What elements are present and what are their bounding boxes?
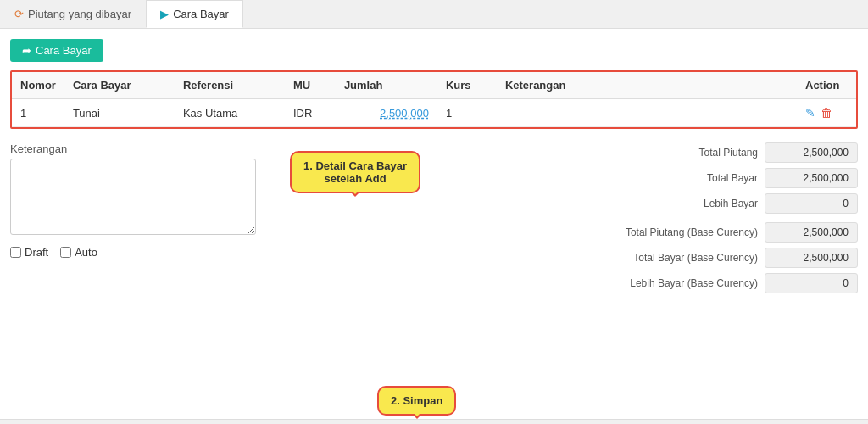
draft-label: Draft [25,246,48,259]
checkbox-row: Draft Auto [10,246,556,259]
summary-label-0: Total Piutang [605,147,758,159]
draft-checkbox-label[interactable]: Draft [10,246,48,259]
cell-cara-bayar: Tunai [64,99,175,127]
callout-detail: 1. Detail Cara Bayarsetelah Add [290,151,420,193]
cell-referensi: Kas Utama [175,99,285,127]
table-row: 1 Tunai Kas Utama IDR 2,500,000 1 ✎ 🗑 [12,99,856,127]
summary-row-5: Lebih Bayar (Base Curency) 0 [570,273,858,293]
summary-row-0: Total Piutang 2,500,000 [570,142,858,163]
tab-cara-bayar[interactable]: ▶ Cara Bayar [146,0,243,28]
summary-row-1: Total Bayar 2,500,000 [570,168,858,188]
auto-checkbox[interactable] [60,247,71,258]
keterangan-textarea[interactable] [10,159,256,235]
tab-bar: ⟳ Piutang yang dibayar ▶ Cara Bayar [0,0,868,29]
col-mu: MU [285,72,336,99]
middle-area: Keterangan Draft Auto 1. Detail Cara Bay… [10,142,858,298]
add-icon: ➦ [22,44,31,57]
summary-label-4: Total Bayar (Base Curency) [605,252,758,264]
summary-row-2: Lebih Bayar 0 [570,193,858,214]
col-keterangan: Keterangan [497,72,797,99]
left-section: Keterangan Draft Auto [10,142,556,259]
tab-piutang-label: Piutang yang dibayar [28,8,131,20]
col-referensi: Referensi [175,72,285,99]
receivable-icon: ⟳ [14,8,24,20]
auto-label: Auto [75,246,97,259]
summary-label-1: Total Bayar [605,172,758,184]
draft-checkbox[interactable] [10,247,21,258]
cara-bayar-table-container: Nomor Cara Bayar Referensi MU Jumlah Kur… [10,70,858,129]
auto-checkbox-label[interactable]: Auto [60,246,97,259]
summary-value-4: 2,500,000 [765,248,858,268]
summary-value-2: 0 [765,193,858,214]
cell-jumlah: 2,500,000 [336,99,437,127]
toolbar: ➦ Cara Bayar [10,39,858,62]
cell-kurs: 1 [437,99,497,127]
summary-value-0: 2,500,000 [765,142,858,163]
callout2-text: 2. Simpan [391,394,442,407]
cell-action: ✎ 🗑 [797,99,856,127]
add-cara-bayar-label: Cara Bayar [36,44,92,57]
cell-keterangan-row [497,99,797,127]
col-jumlah: Jumlah [336,72,437,99]
footer-bar: ↻ Kembali 💾 Simpan 2. Simpan [0,419,868,424]
cara-icon: ▶ [160,8,169,20]
summary-label-2: Lebih Bayar [605,198,758,209]
summary-row-4: Total Bayar (Base Curency) 2,500,000 [570,248,858,268]
col-cara-bayar: Cara Bayar [64,72,175,99]
summary-value-3: 2,500,000 [765,222,858,243]
summary-label-5: Lebih Bayar (Base Curency) [605,277,758,289]
page-content: ➦ Cara Bayar Nomor Cara Bayar Referensi … [0,29,868,419]
cell-nomor: 1 [12,99,64,127]
right-section: Total Piutang 2,500,000 Total Bayar 2,50… [570,142,858,298]
delete-icon[interactable]: 🗑 [821,106,832,120]
summary-row-3: Total Piutang (Base Curency) 2,500,000 [570,222,858,243]
keterangan-label: Keterangan [10,142,556,155]
col-nomor: Nomor [12,72,64,99]
cell-mu: IDR [285,99,336,127]
callout-simpan: 2. Simpan [377,386,456,416]
add-cara-bayar-button[interactable]: ➦ Cara Bayar [10,39,103,62]
callout1-text: 1. Detail Cara Bayarsetelah Add [303,159,407,185]
col-action: Action [797,72,856,99]
summary-value-5: 0 [765,273,858,293]
summary-value-1: 2,500,000 [765,168,858,188]
cara-bayar-table: Nomor Cara Bayar Referensi MU Jumlah Kur… [12,72,856,127]
col-kurs: Kurs [437,72,497,99]
tab-piutang[interactable]: ⟳ Piutang yang dibayar [0,0,146,28]
edit-icon[interactable]: ✎ [805,106,815,120]
summary-label-3: Total Piutang (Base Curency) [605,226,758,238]
tab-cara-bayar-label: Cara Bayar [173,8,229,20]
